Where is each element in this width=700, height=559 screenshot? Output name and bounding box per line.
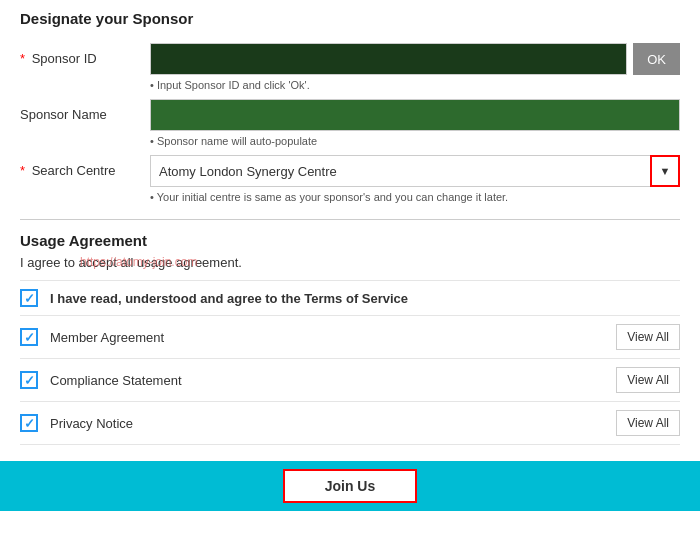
checkbox-label-member: Member Agreement [50,330,616,345]
checkbox-row-member: ✓Member AgreementView All [20,315,680,358]
sponsor-name-input[interactable] [150,99,680,131]
search-centre-label: * Search Centre [20,155,150,178]
agree-all-text: I agree to accept all usage agreement. h… [20,255,680,270]
required-star-2: * [20,163,25,178]
search-centre-control: Atomy London Synergy Centre ▼ Your initi… [150,155,680,203]
view-all-btn-privacy[interactable]: View All [616,410,680,436]
checkbox-row-compliance: ✓Compliance StatementView All [20,358,680,401]
checkbox-list: ✓I have read, understood and agree to th… [20,280,680,445]
sponsor-id-label: * Sponsor ID [20,43,150,66]
section-divider [20,219,680,220]
checkbox-cell-terms: ✓ [20,289,50,307]
search-centre-hint: Your initial centre is same as your spon… [150,191,680,203]
required-star: * [20,51,25,66]
sponsor-name-hint: Sponsor name will auto-populate [150,135,680,147]
sponsor-name-label: Sponsor Name [20,99,150,122]
checkbox-cell-member: ✓ [20,328,50,346]
checkbox-row-privacy: ✓Privacy NoticeView All [20,401,680,445]
view-all-btn-compliance[interactable]: View All [616,367,680,393]
sponsor-name-control: Sponsor name will auto-populate [150,99,680,147]
search-centre-row: * Search Centre Atomy London Synergy Cen… [20,155,680,203]
checkbox-label-privacy: Privacy Notice [50,416,616,431]
checkbox-cell-compliance: ✓ [20,371,50,389]
checkbox-compliance[interactable]: ✓ [20,371,38,389]
sponsor-id-input[interactable] [150,43,627,75]
join-us-button[interactable]: Join Us [283,469,418,503]
checkbox-member[interactable]: ✓ [20,328,38,346]
sponsor-id-ok-button[interactable]: OK [633,43,680,75]
search-centre-dropdown-btn[interactable]: ▼ [650,155,680,187]
search-centre-select-wrapper: Atomy London Synergy Centre ▼ [150,155,680,187]
sponsor-id-row: * Sponsor ID OK Input Sponsor ID and cli… [20,43,680,91]
view-all-btn-member[interactable]: View All [616,324,680,350]
sponsor-id-control: OK Input Sponsor ID and click 'Ok'. [150,43,680,91]
footer-bar: Join Us [0,461,700,511]
sponsor-id-hint: Input Sponsor ID and click 'Ok'. [150,79,680,91]
search-centre-display[interactable]: Atomy London Synergy Centre [150,155,680,187]
checkbox-label-terms: I have read, understood and agree to the… [50,291,680,306]
checkbox-terms[interactable]: ✓ [20,289,38,307]
checkbox-cell-privacy: ✓ [20,414,50,432]
sponsor-id-input-group: OK [150,43,680,75]
checkbox-row-terms: ✓I have read, understood and agree to th… [20,280,680,315]
designate-section-title: Designate your Sponsor [20,10,680,31]
checkbox-privacy[interactable]: ✓ [20,414,38,432]
usage-section-title: Usage Agreement [20,232,680,249]
checkbox-label-compliance: Compliance Statement [50,373,616,388]
sponsor-name-row: Sponsor Name Sponsor name will auto-popu… [20,99,680,147]
